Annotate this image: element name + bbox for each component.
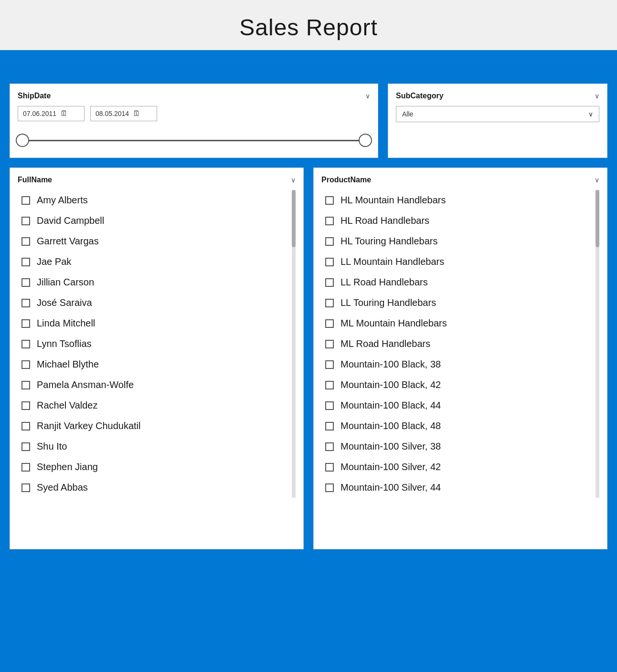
fullname-label-13: Stephen Jiang [37,462,98,472]
fullname-checkbox-5[interactable] [21,299,30,307]
list-item[interactable]: Mountain-100 Black, 48 [321,416,599,436]
fullname-label-1: David Campbell [37,215,104,226]
productname-label-12: Mountain-100 Silver, 38 [340,441,441,452]
list-item[interactable]: Linda Mitchell [18,313,296,334]
list-item[interactable]: Jae Pak [18,252,296,272]
shipdate-chevron-icon[interactable]: ∨ [365,92,370,100]
list-item[interactable]: Ranjit Varkey Chudukatil [18,416,296,436]
productname-label-2: HL Touring Handlebars [340,236,437,247]
list-item[interactable]: Syed Abbas [18,477,296,498]
list-item[interactable]: Lynn Tsoflias [18,334,296,354]
productname-checkbox-11[interactable] [325,422,334,430]
productname-chevron-icon[interactable]: ∨ [595,176,599,184]
subcategory-chevron-icon[interactable]: ∨ [595,92,599,100]
productname-checkbox-3[interactable] [325,258,334,266]
productname-checkbox-14[interactable] [325,483,334,492]
productname-label-10: Mountain-100 Black, 44 [340,400,441,411]
page-title: Sales Report [0,0,617,50]
calendar-from-icon[interactable]: 🗓 [60,109,68,118]
productname-checkbox-7[interactable] [325,340,334,348]
list-item[interactable]: ML Mountain Handlebars [321,313,599,334]
fullname-checkbox-8[interactable] [21,360,30,369]
productname-scrollbar-track [596,190,599,498]
date-to-input[interactable]: 08.05.2014 🗓 [90,106,157,121]
list-item[interactable]: Mountain-100 Silver, 44 [321,477,599,498]
list-item[interactable]: HL Road Handlebars [321,210,599,231]
list-item[interactable]: Mountain-100 Silver, 42 [321,457,599,477]
fullname-checkbox-2[interactable] [21,237,30,246]
productname-checkbox-8[interactable] [325,360,334,369]
fullname-checkbox-10[interactable] [21,401,30,410]
list-item[interactable]: Stephen Jiang [18,457,296,477]
fullname-checkbox-11[interactable] [21,422,30,430]
productname-scrollbar-thumb[interactable] [596,190,599,247]
subcategory-dropdown-chevron-icon[interactable]: ∨ [588,110,593,118]
date-from-input[interactable]: 07.06.2011 🗓 [18,106,85,121]
list-item[interactable]: ML Road Handlebars [321,334,599,354]
fullname-checkbox-3[interactable] [21,258,30,266]
list-item[interactable]: Garrett Vargas [18,231,296,252]
subcategory-selected-value: Alle [402,110,413,118]
list-item[interactable]: Michael Blythe [18,354,296,375]
fullname-checkbox-1[interactable] [21,217,30,225]
fullname-checkbox-13[interactable] [21,463,30,472]
list-item[interactable]: David Campbell [18,210,296,231]
list-item[interactable]: Mountain-100 Silver, 38 [321,436,599,457]
list-item[interactable]: Mountain-100 Black, 38 [321,354,599,375]
fullname-label-8: Michael Blythe [37,359,99,370]
fullname-label-5: José Saraiva [37,297,92,308]
list-item[interactable]: HL Mountain Handlebars [321,190,599,210]
productname-checkbox-9[interactable] [325,381,334,389]
fullname-checkbox-7[interactable] [21,340,30,348]
calendar-to-icon[interactable]: 🗓 [133,109,140,118]
productname-label-11: Mountain-100 Black, 48 [340,420,441,431]
fullname-checkbox-9[interactable] [21,381,30,389]
productname-checkbox-13[interactable] [325,463,334,472]
fullname-checkbox-4[interactable] [21,278,30,287]
productname-checkbox-2[interactable] [325,237,334,246]
fullname-checkbox-6[interactable] [21,319,30,328]
fullname-checkbox-14[interactable] [21,483,30,492]
shipdate-panel-title: ShipDate [18,92,51,100]
list-item[interactable]: Amy Alberts [18,190,296,210]
slider-thumb-right[interactable] [359,134,372,147]
list-item[interactable]: Rachel Valdez [18,395,296,416]
list-item[interactable]: HL Touring Handlebars [321,231,599,252]
subcategory-dropdown[interactable]: Alle ∨ [396,106,599,122]
productname-label-13: Mountain-100 Silver, 42 [340,462,441,472]
productname-label-4: LL Road Handlebars [340,277,428,288]
productname-checkbox-6[interactable] [325,319,334,328]
productname-checkbox-0[interactable] [325,196,334,205]
fullname-scrollbar-thumb[interactable] [292,190,296,247]
productname-checkbox-4[interactable] [325,278,334,287]
fullname-panel-title: FullName [18,176,52,184]
list-item[interactable]: LL Touring Handlebars [321,293,599,313]
list-item[interactable]: Mountain-100 Black, 42 [321,375,599,395]
productname-checkbox-1[interactable] [325,217,334,225]
shipdate-panel: ShipDate ∨ 07.06.2011 🗓 08.05.2014 🗓 [10,84,378,158]
fullname-label-14: Syed Abbas [37,482,88,493]
productname-label-1: HL Road Handlebars [340,215,429,226]
list-item[interactable]: José Saraiva [18,293,296,313]
list-item[interactable]: LL Mountain Handlebars [321,252,599,272]
fullname-label-6: Linda Mitchell [37,318,95,329]
fullname-checkbox-12[interactable] [21,442,30,451]
productname-checkbox-12[interactable] [325,442,334,451]
subcategory-panel: SubCategory ∨ Alle ∨ [388,84,607,158]
productname-checkbox-5[interactable] [325,299,334,307]
fullname-checkbox-0[interactable] [21,196,30,205]
blue-bar-top [0,50,617,79]
list-item[interactable]: LL Road Handlebars [321,272,599,293]
list-item[interactable]: Jillian Carson [18,272,296,293]
fullname-chevron-icon[interactable]: ∨ [291,176,296,184]
productname-checkbox-10[interactable] [325,401,334,410]
list-item[interactable]: Pamela Ansman-Wolfe [18,375,296,395]
productname-list: HL Mountain Handlebars HL Road Handlebar… [321,190,599,498]
date-slider[interactable] [18,131,370,150]
slider-thumb-left[interactable] [16,134,29,147]
fullname-label-0: Amy Alberts [37,195,88,206]
list-item[interactable]: Mountain-100 Black, 44 [321,395,599,416]
fullname-label-9: Pamela Ansman-Wolfe [37,379,134,390]
fullname-label-3: Jae Pak [37,256,71,267]
list-item[interactable]: Shu Ito [18,436,296,457]
